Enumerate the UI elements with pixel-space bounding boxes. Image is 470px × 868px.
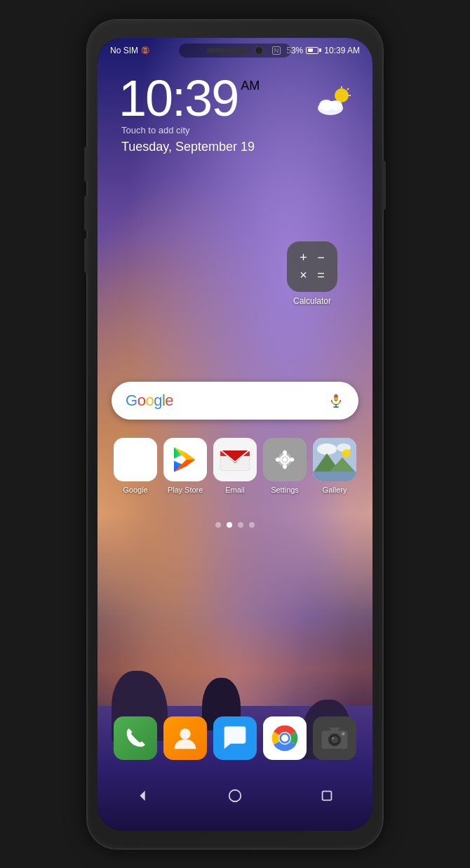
dock-messages[interactable] xyxy=(211,716,259,764)
calc-multiply: × xyxy=(297,269,310,282)
svg-rect-36 xyxy=(313,472,356,481)
messages-app-icon xyxy=(213,716,257,760)
battery-tip xyxy=(319,48,321,52)
settings-app-label: Settings xyxy=(271,486,299,494)
g-letter-o2: o xyxy=(145,392,154,409)
contacts-app-icon xyxy=(163,716,207,760)
app-item-google[interactable]: Google xyxy=(112,438,159,494)
back-button[interactable] xyxy=(129,782,157,810)
speaker xyxy=(207,48,249,53)
g-letter-e: e xyxy=(165,392,173,409)
g-letter-g: G xyxy=(126,392,137,409)
svg-point-22 xyxy=(283,457,288,462)
calc-minus: − xyxy=(314,251,328,265)
battery-body xyxy=(306,47,318,54)
svg-marker-50 xyxy=(140,790,145,801)
clock-ampm: AM xyxy=(241,79,260,93)
app-item-email[interactable]: Email xyxy=(211,438,259,494)
svg-point-0 xyxy=(335,88,349,102)
g-letter-g2: g xyxy=(154,392,162,409)
svg-marker-44 xyxy=(329,727,340,730)
page-indicator-3[interactable] xyxy=(238,522,243,528)
app-item-settings[interactable]: Settings xyxy=(261,438,309,494)
dock-camera[interactable] xyxy=(311,716,358,764)
g-letter-o1: o xyxy=(137,392,146,409)
gallery-app-label: Gallery xyxy=(323,486,347,494)
dock-contacts[interactable] xyxy=(161,716,209,764)
email-app-icon xyxy=(213,438,257,481)
clock-date: Tuesday, September 19 xyxy=(121,140,260,154)
settings-app-icon xyxy=(263,438,307,481)
app-grid: Google xyxy=(112,438,358,494)
page-indicator-4[interactable] xyxy=(249,522,255,528)
google-search-bar[interactable]: Google xyxy=(112,382,358,420)
sim-icon: 📵 xyxy=(141,46,149,54)
status-left: No SIM 📵 xyxy=(110,46,149,55)
svg-line-2 xyxy=(347,88,349,90)
chrome-app-icon xyxy=(263,716,307,760)
dock xyxy=(112,716,358,764)
calculator-icon: + − × = xyxy=(287,241,337,292)
camera-app-icon xyxy=(313,716,356,760)
no-sim-label: No SIM xyxy=(110,46,138,55)
clock-touch: Touch to add city xyxy=(121,125,260,135)
notch-bar xyxy=(179,44,291,58)
app-item-playstore[interactable]: Play Store xyxy=(161,438,209,494)
gallery-app-icon xyxy=(313,438,356,481)
calc-plus: + xyxy=(297,251,310,265)
svg-point-47 xyxy=(331,735,339,743)
playstore-app-label: Play Store xyxy=(168,486,203,494)
clock-widget[interactable]: 10:39 AM Touch to add city Tuesday, Sept… xyxy=(119,73,260,154)
page-indicators xyxy=(98,522,372,528)
calculator-app[interactable]: + − × = Calculator xyxy=(287,241,337,306)
svg-point-42 xyxy=(281,735,288,742)
page-indicator-2[interactable] xyxy=(227,522,232,528)
svg-point-37 xyxy=(342,449,351,458)
app-item-gallery[interactable]: Gallery xyxy=(311,438,358,494)
home-button[interactable] xyxy=(221,782,249,810)
wallpaper xyxy=(98,38,372,831)
calculator-label: Calculator xyxy=(293,296,331,306)
google-logo: Google xyxy=(126,392,173,410)
battery-fill xyxy=(308,48,313,52)
svg-point-51 xyxy=(229,789,241,801)
weather-widget[interactable] xyxy=(315,86,351,121)
clock-time: 10:39 xyxy=(119,73,238,123)
google-app-label: Google xyxy=(123,486,147,494)
svg-rect-7 xyxy=(334,394,338,401)
phone-screen: No SIM 📵 N 53% 10:39 AM 10:39 AM xyxy=(98,38,372,831)
svg-rect-52 xyxy=(322,791,331,800)
svg-point-48 xyxy=(332,737,334,739)
google-app-icon xyxy=(114,438,157,481)
dock-phone[interactable] xyxy=(112,716,159,764)
email-app-label: Email xyxy=(225,486,245,494)
calc-equals: = xyxy=(314,269,328,282)
svg-point-6 xyxy=(330,100,342,110)
phone-device: No SIM 📵 N 53% 10:39 AM 10:39 AM xyxy=(88,20,382,848)
mic-icon[interactable] xyxy=(328,392,344,409)
svg-point-49 xyxy=(342,732,345,735)
front-camera xyxy=(255,46,263,55)
dock-chrome[interactable] xyxy=(261,716,309,764)
nav-bar xyxy=(98,771,372,831)
weather-icon xyxy=(315,86,351,121)
phone-app-icon xyxy=(114,716,157,760)
battery-icon xyxy=(306,47,321,54)
time-status: 10:39 AM xyxy=(324,46,360,55)
play-store-icon xyxy=(163,438,207,481)
recents-button[interactable] xyxy=(313,782,341,810)
svg-point-38 xyxy=(180,728,190,739)
page-indicator-1[interactable] xyxy=(215,522,221,528)
svg-point-32 xyxy=(317,443,337,455)
